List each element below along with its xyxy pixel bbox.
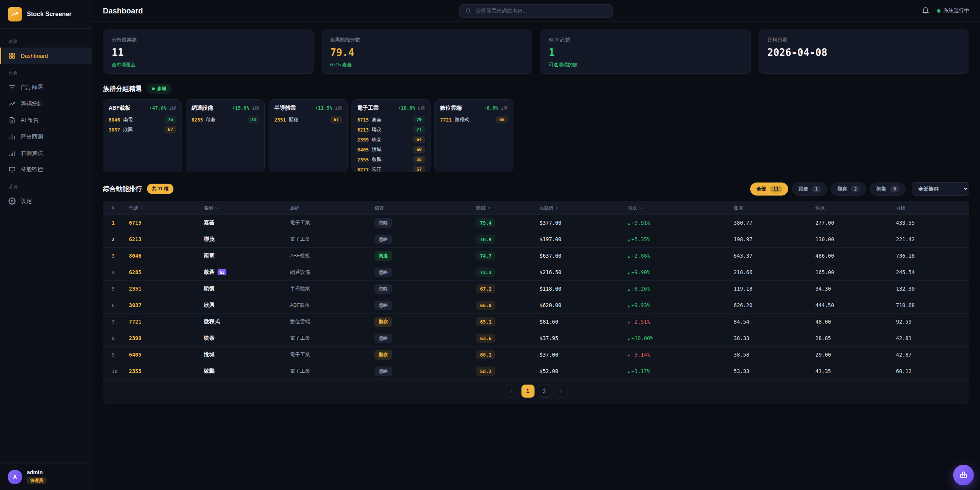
column-header[interactable]: 目標 — [896, 205, 969, 211]
column-header[interactable]: 進場 — [734, 205, 815, 211]
sidebar-item-歷史回測[interactable]: 歷史回測 — [0, 128, 92, 145]
group-stock-row[interactable]: 8046 南電 75 — [109, 115, 176, 125]
robot-icon — [959, 470, 968, 480]
rank-cell: 10 — [112, 368, 129, 374]
group-cell: 電子工業 — [290, 351, 375, 358]
group-stock-row[interactable]: 3037 欣興 67 — [109, 125, 176, 135]
group-card[interactable]: 電子工業 +10.8% 6檔 6715 嘉基 79 6213 聯茂 77 239… — [351, 99, 431, 172]
table-row[interactable]: 8 2399 映泰 電子工業 忽略 63.6 $37.95 ▲+10.00% 3… — [103, 330, 969, 346]
sidebar-item-label: 設定 — [21, 197, 32, 205]
change-arrow-icon: ▼ — [628, 354, 630, 357]
group-stock-row[interactable]: 6277 宏正 57 — [357, 164, 425, 172]
signal-badge: 觀察 — [375, 317, 392, 327]
filter-pill[interactable]: 觀察 2 — [831, 183, 866, 196]
group-stock-row[interactable]: 6715 嘉基 79 — [357, 115, 425, 125]
column-header[interactable]: # — [112, 205, 129, 210]
stop-cell: 29.00 — [815, 352, 896, 358]
score-badge: 74.7 — [476, 251, 495, 260]
target-cell: 132.30 — [896, 286, 969, 292]
group-card[interactable]: 網通設備 +15.8% 1檔 6285 啟碁 73 — [186, 99, 265, 172]
code-cell: 2399 — [129, 335, 204, 341]
page-title: Dashboard — [103, 7, 143, 15]
change-cell: ▲+9.90% — [628, 269, 734, 275]
summary-card-sub: 6715 嘉基 — [330, 62, 524, 68]
monitor-icon — [8, 166, 16, 173]
summary-card-sub: 可進場標的數 — [549, 62, 742, 68]
filter-pill[interactable]: 初期 0 — [870, 183, 906, 196]
search-input[interactable] — [475, 8, 607, 14]
page-button-1[interactable]: 1 — [521, 385, 535, 398]
rank-cell: 4 — [112, 270, 129, 275]
name-cell: 啟碁 — [204, 269, 214, 276]
stock-name: 悅城 — [372, 146, 410, 153]
sidebar-item-設定[interactable]: 設定 — [0, 193, 92, 209]
close-cell: $37.00 — [539, 352, 628, 358]
column-header[interactable]: 收盤價 ⇅ — [539, 205, 628, 211]
table-row[interactable]: 4 6285 啟碁 AI 網通設備 忽略 73.3 $216.50 ▲+9.90… — [103, 264, 969, 280]
sort-icon: ⇅ — [555, 206, 558, 210]
page-prev-button[interactable]: ‹ — [505, 385, 518, 398]
sidebar-item-右側買法[interactable]: 右側買法 — [0, 145, 92, 161]
group-stock-row[interactable]: 6405 悅城 60 — [357, 145, 425, 155]
stock-score-chip: 60 — [413, 146, 425, 153]
group-stock-row[interactable]: 6285 啟碁 73 — [191, 115, 259, 125]
group-stock-row[interactable]: 6213 聯茂 77 — [357, 125, 425, 135]
sidebar-item-label: Dashboard — [21, 53, 48, 59]
search-icon — [465, 8, 471, 14]
column-header[interactable]: 信號 — [375, 205, 476, 211]
summary-card-label: 資料日期 — [767, 36, 961, 43]
score-badge: 67.2 — [476, 284, 495, 293]
group-cell: 電子工業 — [290, 236, 375, 243]
table-row[interactable]: 10 2355 敬鵬 電子工業 忽略 58.2 $52.00 ▲+3.17% 5… — [103, 363, 969, 379]
sidebar-item-持股監控[interactable]: 持股監控 — [0, 161, 92, 178]
column-header[interactable]: 動能 ⇅ — [476, 205, 539, 211]
table-row[interactable]: 1 6715 嘉基 電子工業 忽略 79.4 $377.00 ▲+9.91% 3… — [103, 214, 969, 231]
group-name: 電子工業 — [357, 105, 395, 112]
stock-name: 欣興 — [123, 127, 162, 133]
code-cell: 3037 — [129, 302, 204, 308]
change-cell: ▲+3.17% — [628, 368, 734, 374]
summary-card-label: BUY 訊號 — [549, 36, 742, 43]
assistant-bot-button[interactable] — [953, 465, 974, 485]
group-stock-row[interactable]: 2399 映泰 64 — [357, 135, 425, 145]
table-row[interactable]: 7 7721 微程式 數位雲端 觀察 65.1 $81.60 ▼-2.51% 8… — [103, 313, 969, 330]
code-cell: 8046 — [129, 253, 204, 259]
page-button-2[interactable]: 2 — [538, 385, 551, 398]
code-cell: 2351 — [129, 286, 204, 292]
group-card[interactable]: 半導體業 +11.5% 1檔 2351 順德 67 — [269, 99, 348, 172]
bell-icon[interactable] — [922, 7, 929, 15]
column-header[interactable]: 族群 — [290, 205, 375, 211]
table-row[interactable]: 3 8046 南電 ABF載板 買進 74.7 $637.00 ▲+2.08% … — [103, 247, 969, 264]
column-header[interactable]: 停損 — [815, 205, 896, 211]
group-stock-row[interactable]: 2355 敬鵬 58 — [357, 155, 425, 164]
group-stock-row[interactable]: 7721 微程式 65 — [440, 115, 508, 125]
stock-code: 6285 — [191, 117, 203, 123]
target-cell: 736.18 — [896, 253, 969, 259]
table-row[interactable]: 2 6213 聯茂 電子工業 忽略 76.9 $197.00 ▲+5.35% 1… — [103, 231, 969, 247]
group-filter-select[interactable]: 全部族群 — [912, 182, 969, 196]
stop-cell: 130.00 — [815, 236, 896, 242]
sidebar-item-dashboard[interactable]: Dashboard — [0, 48, 92, 64]
pagination: ‹12› — [103, 379, 969, 404]
group-card[interactable]: 數位雲端 +6.8% 1檔 7721 微程式 65 — [434, 99, 513, 172]
sidebar-item-ai-報告[interactable]: AI 報告 — [0, 112, 92, 128]
filter-pill[interactable]: 買進 1 — [792, 183, 827, 196]
status-dot-icon — [937, 9, 940, 13]
user-profile[interactable]: A admin 管理員 — [0, 464, 92, 490]
stop-cell: 277.00 — [815, 220, 896, 226]
group-cell: ABF載板 — [290, 302, 375, 309]
sidebar-item-籌碼統計[interactable]: 籌碼統計 — [0, 95, 92, 112]
table-row[interactable]: 6 3037 欣興 ABF載板 忽略 66.8 $620.00 ▲+9.93% … — [103, 297, 969, 313]
filter-pill[interactable]: 全部 11 — [750, 183, 788, 196]
group-card[interactable]: ABF載板 +47.0% 2檔 8046 南電 75 3037 欣興 67 — [103, 99, 182, 172]
page-next-button[interactable]: › — [554, 385, 568, 398]
change-arrow-icon: ▲ — [628, 337, 630, 341]
column-header[interactable]: 名稱 ⇅ — [204, 205, 290, 211]
column-header[interactable]: 代號 ⇅ — [129, 205, 204, 211]
group-stock-row[interactable]: 2351 順德 67 — [274, 115, 342, 125]
column-header[interactable]: 漲跌 ⇅ — [628, 205, 734, 211]
table-row[interactable]: 5 2351 順德 半導體業 忽略 67.2 $118.00 ▲+8.26% 1… — [103, 280, 969, 297]
table-row[interactable]: 9 6405 悅城 電子工業 觀察 60.1 $37.00 ▼-3.14% 38… — [103, 346, 969, 363]
sidebar-item-自訂篩選[interactable]: 自訂篩選 — [0, 79, 92, 95]
chart-icon — [8, 133, 16, 140]
